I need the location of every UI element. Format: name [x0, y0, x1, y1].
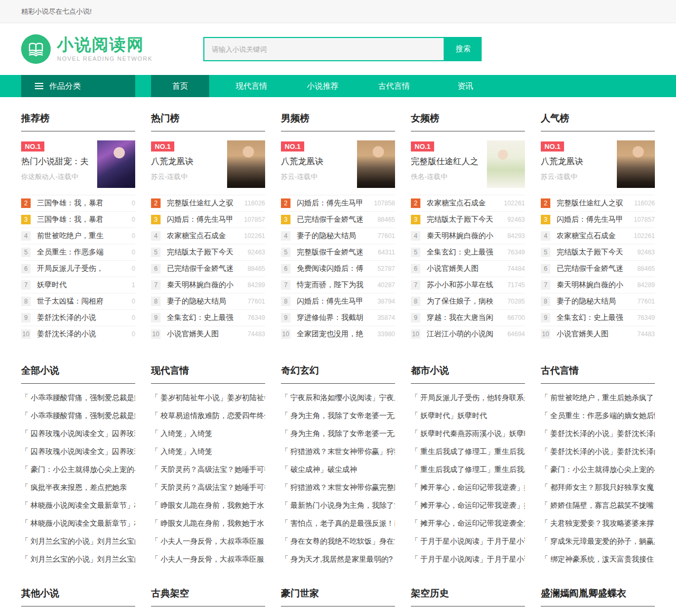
- category-item[interactable]: 「 小夫人一身反骨，大叔乖乖臣服」: [151, 550, 265, 568]
- category-item[interactable]: 「 小乖乖腰酸背痛，强制爱总裁是疯: [21, 388, 135, 406]
- category-item[interactable]: 「 穿成朱元璋最宠爱的孙子，躺赢真: [541, 532, 655, 550]
- rank-row[interactable]: 9 穿越：我在大唐当闲 66700: [411, 309, 525, 326]
- site-logo[interactable]: 小说阅读网 NOVEL READING NETWORK: [21, 34, 203, 64]
- rank-row[interactable]: 7 恃宠而骄，陛下为我 40287: [281, 277, 395, 293]
- category-item[interactable]: 「 姜岁初陆祉年小说」姜岁初陆祉年: [151, 388, 265, 406]
- category-item[interactable]: 「 夫君独宠爱妾？我攻略婆婆来撑: [541, 514, 655, 532]
- rank-item-title[interactable]: 全集玄幻：史上最强: [167, 313, 245, 323]
- category-item[interactable]: 「 于月于星小说阅读」于月于星小说: [411, 532, 525, 550]
- no1-title[interactable]: 八荒龙凰诀: [281, 156, 354, 167]
- rank-row[interactable]: 2 完整版仕途红人之驭 116026: [541, 195, 655, 211]
- nav-item[interactable]: 小说推荐: [294, 75, 352, 97]
- rank-row[interactable]: 7 苏小小和苏小草在线 71745: [411, 277, 525, 293]
- rank-item-title[interactable]: 完整版假千金娇气迷: [297, 248, 375, 257]
- category-item[interactable]: 「 妖孽时代秦燕苏雨溪小说」妖孽时: [411, 424, 525, 442]
- rank-item-title[interactable]: 全员重生：作恶多端: [37, 248, 128, 257]
- rank-row[interactable]: 8 世子太凶猛：闯相府 0: [21, 293, 135, 309]
- rank-item-title[interactable]: 穿越：我在大唐当闲: [427, 313, 504, 323]
- category-item[interactable]: 「 前世被吃绝户，重生后她杀疯了」: [541, 388, 655, 406]
- rank-row[interactable]: 3 闪婚后：傅先生马甲 107857: [151, 211, 265, 228]
- rank-row[interactable]: 3 已完结假千金娇气迷 88465: [281, 211, 395, 228]
- rank-row[interactable]: 5 完整版假千金娇气迷 64311: [281, 244, 395, 260]
- rank-item-title[interactable]: 农家糖宝点石成金: [167, 231, 241, 241]
- category-item[interactable]: 「 害怕点，老子真的是最强反派！已: [281, 514, 395, 532]
- rank-row[interactable]: 4 农家糖宝点石成金 102261: [151, 228, 265, 244]
- category-item[interactable]: 「 睁眼女儿跪在身前，我救她于水: [151, 514, 265, 532]
- category-item[interactable]: 「 小乖乖腰酸背痛，强制爱总裁是疯: [21, 406, 135, 424]
- search-button[interactable]: 搜索: [445, 37, 482, 61]
- category-item[interactable]: 「 豪门：小公主就得放心尖上宠的小: [541, 460, 655, 478]
- no1-cover-image[interactable]: [357, 140, 395, 188]
- rank-item-title[interactable]: 秦天明林婉白薇的小: [427, 231, 504, 241]
- category-item[interactable]: 「 秦先生的朱砂痣全文章节」秦先生: [281, 611, 395, 616]
- category-item[interactable]: 「 疯批半夜来报恩，差点把她亲: [21, 478, 135, 496]
- rank-row[interactable]: 10 江岩江小萌的小说阅 64694: [411, 326, 525, 342]
- rank-item-title[interactable]: 已完结假千金娇气迷: [297, 215, 374, 224]
- category-item[interactable]: 「 林晓薇小说阅读全文最新章节」林: [21, 496, 135, 514]
- rank-item-title[interactable]: 全集玄幻：史上最强: [557, 313, 634, 323]
- rank-row[interactable]: 9 全集玄幻：史上最强 76349: [151, 309, 265, 326]
- rank-item-title[interactable]: 全集玄幻：史上最强: [427, 248, 504, 257]
- rank-row[interactable]: 7 秦天明林婉白薇的小 84289: [541, 277, 655, 293]
- category-item[interactable]: 「 摊开掌心，命运印记带我逆袭」摊: [411, 478, 525, 496]
- category-item[interactable]: 「 身在女尊的我绝不吃软饭」身在女: [281, 532, 395, 550]
- no1-cover-image[interactable]: [227, 140, 265, 188]
- no1-title[interactable]: 完整版仕途红人之: [411, 156, 484, 167]
- rank-item-title[interactable]: 农家糖宝点石成金: [557, 231, 631, 241]
- rank-item-title[interactable]: 闪婚后：傅先生马甲: [167, 215, 241, 224]
- rank-item-title[interactable]: 小说官婿美人图: [557, 329, 634, 339]
- rank-row[interactable]: 10 姜舒沈长泽的小说 0: [21, 326, 135, 342]
- rank-row[interactable]: 9 全集玄幻：史上最强 76349: [541, 309, 655, 326]
- nav-category-button[interactable]: 作品分类: [21, 75, 135, 97]
- category-item[interactable]: 「 狩猎游戏？末世女神带你赢完整版: [281, 478, 395, 496]
- rank-row[interactable]: 6 已完结假千金娇气迷 88465: [151, 260, 265, 277]
- rank-row[interactable]: 6 免费阅读闪婚后：傅 52787: [281, 260, 395, 277]
- rank-row[interactable]: 5 完结版太子殿下今天 92463: [151, 244, 265, 260]
- rank-row[interactable]: 9 姜舒沈长泽的小说 0: [21, 309, 135, 326]
- rank-row[interactable]: 2 闪婚后：傅先生马甲 107858: [281, 195, 395, 211]
- rank-row[interactable]: 5 全员重生：作恶多端 0: [21, 244, 135, 260]
- rank-row[interactable]: 2 三国争雄：我，暴君 0: [21, 195, 135, 211]
- category-item[interactable]: 「 重生后我成了修理工」重生后我成: [411, 460, 525, 478]
- category-item[interactable]: 「 林晓薇小说阅读全文最新章节」林: [21, 514, 135, 532]
- rank-item-title[interactable]: 妻子的隐秘大结局: [167, 297, 245, 306]
- rank-row[interactable]: 8 妻子的隐秘大结局 77601: [151, 293, 265, 309]
- rank-item-title[interactable]: 妖孽时代: [37, 280, 128, 290]
- category-item[interactable]: 「 于月于星小说阅读」于月于星小说: [411, 550, 525, 568]
- rank-item-title[interactable]: 农家糖宝点石成金: [427, 198, 501, 208]
- rank-item-title[interactable]: 完结版太子殿下今天: [557, 248, 634, 257]
- category-item[interactable]: 「 天阶灵药？高级法宝？她唾手可得: [151, 460, 265, 478]
- category-item[interactable]: 「 豪门：小公主就得放心尖上宠的小: [21, 460, 135, 478]
- rank-item-title[interactable]: 闪婚后：傅先生马甲: [297, 297, 374, 306]
- rank-row[interactable]: 9 穿进修仙界：我截胡 35874: [281, 309, 395, 326]
- rank-row[interactable]: 8 为了保住娘子，病秧 70285: [411, 293, 525, 309]
- rank-item-title[interactable]: 完结版太子殿下今天: [167, 248, 245, 257]
- rank-row[interactable]: 10 小说官婿美人图 74483: [541, 326, 655, 342]
- no1-cover-image[interactable]: [617, 140, 655, 188]
- rank-item-title[interactable]: 前世被吃绝户，重生: [37, 231, 128, 241]
- rank-item-title[interactable]: 苏小小和苏小草在线: [427, 280, 504, 290]
- rank-row[interactable]: 6 已完结假千金娇气迷 88465: [541, 260, 655, 277]
- rank-row[interactable]: 6 小说官婿美人图 74484: [411, 260, 525, 277]
- category-item[interactable]: 「 囚养玫瑰小说阅读全文」囚养玫瑰: [21, 424, 135, 442]
- nav-item[interactable]: 现代言情: [222, 75, 280, 97]
- category-item[interactable]: 「 当万人迷进入快穿世界云笙」当万: [21, 611, 135, 616]
- rank-row[interactable]: 7 秦天明林婉白薇的小 84289: [151, 277, 265, 293]
- rank-item-title[interactable]: 姜舒沈长泽的小说: [37, 313, 128, 323]
- rank-item-title[interactable]: 姜舒沈长泽的小说: [37, 329, 128, 339]
- category-item[interactable]: 「 身为主角，我除了女帝老婆一无所: [281, 406, 395, 424]
- rank-item-title[interactable]: 为了保住娘子，病秧: [427, 297, 504, 306]
- rank-row[interactable]: 4 前世被吃绝户，重生 0: [21, 228, 135, 244]
- category-item[interactable]: 「 天阶灵药？高级法宝？她唾手可得: [151, 478, 265, 496]
- rank-item-title[interactable]: 秦天明林婉白薇的小: [167, 280, 245, 290]
- category-item[interactable]: 「 入绮笼」入绮笼: [151, 424, 265, 442]
- no1-title[interactable]: 八荒龙凰诀: [151, 156, 224, 167]
- category-item[interactable]: 「 全员重生：作恶多端的嫡女她后悔: [541, 406, 655, 424]
- rank-item-title[interactable]: 免费阅读闪婚后：傅: [297, 264, 374, 273]
- category-item[interactable]: 「 休书一封，王府弃妃带娃翻身全章: [151, 611, 265, 616]
- category-item[interactable]: 「 宁夜辰和洛如缨小说阅读」宁夜辰: [281, 388, 395, 406]
- rank-row[interactable]: 10 小说官婿美人图 74483: [151, 326, 265, 342]
- category-item[interactable]: 「 狩猎游戏？末世女神带你赢」狩猎: [281, 442, 395, 460]
- category-item[interactable]: 「 姜舒沈长泽的小说」姜舒沈长泽的: [541, 442, 655, 460]
- nav-item[interactable]: 首页: [151, 75, 209, 97]
